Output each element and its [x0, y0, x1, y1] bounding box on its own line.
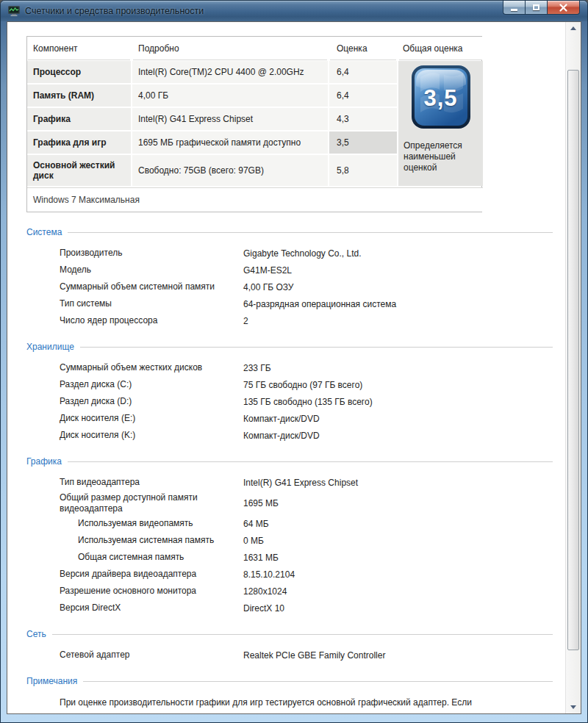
scroll-down-button[interactable]	[566, 701, 581, 713]
wei-component: Основной жесткий диск	[27, 155, 131, 186]
section-network: Сеть Сетевой адаптерRealtek PCIe GBE Fam…	[26, 629, 553, 663]
info-value: 75 ГБ свободно (97 ГБ всего)	[243, 380, 553, 390]
info-label: Используемая системная память	[78, 535, 243, 546]
performance-monitor-icon	[8, 6, 20, 16]
info-row: Раздел диска (C:)75 ГБ свободно (97 ГБ в…	[26, 376, 553, 393]
info-row: Версия DirectXDirectX 10	[26, 600, 553, 616]
wei-details: Свободно: 75GB (всего: 97GB)	[132, 155, 328, 186]
wei-details: Intel(R) G41 Express Chipset	[132, 108, 328, 130]
section-system: Система ПроизводительGigabyte Technology…	[26, 227, 553, 329]
wei-header-score: Оценка	[329, 37, 397, 60]
info-label: Версия драйвера видеоадаптера	[60, 569, 243, 580]
info-value: Realtek PCIe GBE Family Controller	[243, 650, 553, 661]
wei-score: 6,4	[329, 84, 397, 107]
info-row: Раздел диска (D:)135 ГБ свободно (135 ГБ…	[26, 393, 553, 410]
wei-header-component: Компонент	[27, 37, 131, 60]
info-label: Диск носителя (K:)	[60, 430, 243, 441]
app-window: Счетчики и средства производительности К…	[0, 0, 588, 723]
info-value: 135 ГБ свободно (135 ГБ всего)	[243, 397, 553, 407]
info-label: Раздел диска (C:)	[60, 379, 243, 390]
minimize-button[interactable]	[503, 1, 525, 15]
maximize-icon	[533, 4, 539, 10]
section-title: Сеть	[26, 629, 46, 639]
info-label: Общий размер доступной памяти видеоадапт…	[60, 492, 243, 514]
info-value: 64-разрядная операционная система	[243, 299, 553, 309]
info-value: 233 ГБ	[243, 363, 553, 373]
section-divider	[68, 461, 553, 462]
info-label: Диск носителя (E:)	[60, 413, 243, 424]
info-label: Общая системная память	[78, 552, 243, 563]
section-notes: Примечания При оценке производительности…	[26, 676, 553, 714]
wei-header-base-score: Общая оценка	[398, 37, 483, 60]
info-label: Разрешение основного монитора	[60, 586, 243, 597]
notes-text: При оценке производительности графики дл…	[26, 695, 478, 714]
info-value: Intel(R) G41 Express Chipset	[243, 478, 553, 488]
section-header: Сеть	[26, 629, 553, 639]
title-bar[interactable]: Счетчики и средства производительности	[1, 1, 587, 21]
page-content: Компонент Подробно Оценка Общая оценка П…	[7, 22, 564, 713]
close-icon	[559, 4, 567, 12]
window-controls	[503, 1, 580, 15]
info-value: 0 МБ	[243, 536, 553, 546]
info-row: ПроизводительGigabyte Technology Co., Lt…	[26, 245, 553, 262]
section-divider	[83, 681, 553, 682]
info-value: 1631 МБ	[243, 553, 553, 563]
base-score-panel: 3,5 Определяется наименьшей оценкой	[398, 61, 483, 186]
info-label: Суммарный объем системной памяти	[60, 281, 243, 292]
wei-details: 4,00 ГБ	[132, 84, 328, 107]
info-row: Версия драйвера видеоадаптера8.15.10.210…	[26, 566, 553, 583]
wei-component: Память (RAM)	[27, 84, 131, 107]
info-value: Компакт-диск/DVD	[243, 431, 553, 441]
section-title: Система	[26, 227, 62, 237]
section-divider	[68, 232, 553, 233]
info-row: Сетевой адаптерRealtek PCIe GBE Family C…	[26, 647, 553, 663]
info-value: 1280x1024	[243, 586, 553, 597]
base-score-badge: 3,5	[412, 65, 470, 129]
info-label: Сетевой адаптер	[60, 650, 243, 661]
wei-component: Процессор	[27, 61, 131, 83]
scroll-up-button[interactable]	[566, 22, 581, 35]
vertical-scrollbar[interactable]	[565, 22, 581, 713]
maximize-button[interactable]	[525, 1, 547, 15]
info-label: Модель	[60, 265, 243, 276]
info-value: 1695 МБ	[243, 498, 553, 508]
info-row: Используемая видеопамять64 МБ	[26, 515, 553, 532]
wei-table: Компонент Подробно Оценка Общая оценка П…	[26, 36, 482, 212]
wei-score: 6,4	[329, 61, 397, 83]
info-value: G41M-ES2L	[243, 265, 553, 276]
info-row: Общий размер доступной памяти видеоадапт…	[26, 491, 553, 515]
scrollbar-thumb[interactable]	[567, 70, 579, 650]
info-value: 4,00 ГБ ОЗУ	[243, 282, 553, 292]
info-value: Компакт-диск/DVD	[243, 414, 553, 424]
info-row: МодельG41M-ES2L	[26, 262, 553, 278]
section-divider	[80, 347, 553, 348]
info-row: Общая системная память1631 МБ	[26, 549, 553, 566]
wei-score: 5,8	[329, 155, 397, 186]
info-row: Число ядер процессора2	[26, 312, 553, 329]
info-label: Тип видеоадаптера	[60, 477, 243, 488]
section-header: Графика	[26, 456, 553, 467]
info-value: 8.15.10.2104	[243, 569, 553, 580]
section-title: Графика	[26, 456, 62, 467]
info-label: Используемая видеопамять	[78, 518, 243, 529]
section-graphics: Графика Тип видеоадаптераIntel(R) G41 Ex…	[26, 456, 553, 616]
wei-details: 1695 МБ графической памяти доступно	[132, 132, 328, 154]
section-storage: Хранилище Суммарный объем жестких дисков…	[26, 342, 553, 444]
info-label: Версия DirectX	[60, 602, 243, 614]
base-score-value: 3,5	[412, 65, 470, 129]
window-title: Счетчики и средства производительности	[25, 6, 204, 16]
section-header: Хранилище	[26, 342, 553, 352]
info-row: Суммарный объем жестких дисков233 ГБ	[26, 359, 553, 376]
info-value: DirectX 10	[243, 603, 553, 614]
info-row: Суммарный объем системной памяти4,00 ГБ …	[26, 278, 553, 295]
base-score-caption: Определяется наименьшей оценкой	[398, 140, 478, 173]
section-title: Хранилище	[26, 342, 74, 352]
wei-component: Графика	[27, 108, 131, 130]
info-label: Производитель	[60, 248, 243, 259]
info-label: Суммарный объем жестких дисков	[60, 362, 243, 373]
minimize-icon	[511, 9, 517, 11]
wei-score-lowest: 3,5	[329, 132, 397, 154]
arrow-up-icon	[570, 26, 576, 30]
close-button[interactable]	[547, 1, 580, 15]
section-header: Примечания	[26, 676, 553, 686]
